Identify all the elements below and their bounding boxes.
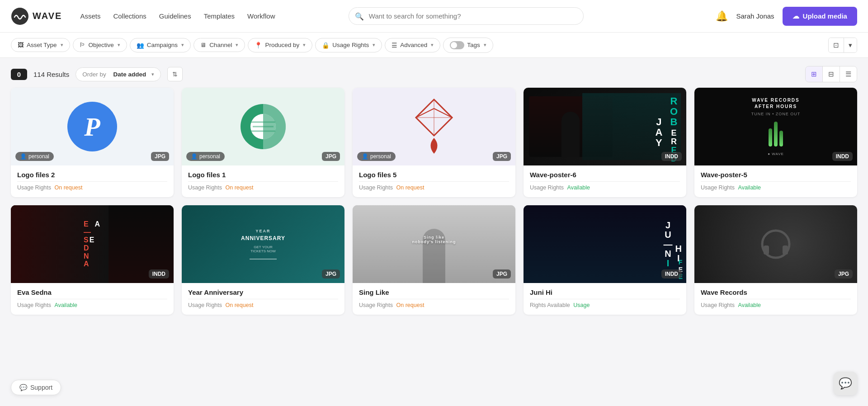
filter-usage-rights[interactable]: 🔒 Usage Rights ▾	[315, 38, 382, 52]
search-input[interactable]	[349, 7, 584, 25]
usage-label: Usage Rights	[17, 184, 51, 191]
filter-asset-type[interactable]: 🖼 Asset Type ▾	[11, 38, 70, 52]
nav-templates[interactable]: Templates	[204, 10, 235, 22]
wave-logo-icon	[11, 7, 29, 25]
results-total: 114 Results	[33, 71, 69, 78]
svg-line-7	[416, 109, 434, 118]
nav-workflow[interactable]: Workflow	[247, 10, 275, 22]
person-icon: 👤	[191, 153, 198, 160]
table-row[interactable]: JU—NI JUHI FEE INDD Juni Hi Rights Avail…	[524, 205, 686, 315]
asset-info: Year Anniversary Usage Rights On request	[182, 283, 344, 315]
table-row[interactable]: 👤 personal JPG Logo files 5 Usage Rights…	[353, 88, 515, 197]
view-single-btn[interactable]: ⊡	[829, 38, 844, 52]
asset-meta: Usage Rights Available	[17, 302, 167, 308]
filter-campaigns[interactable]: 👥 Campaigns ▾	[130, 38, 191, 52]
filter-channel[interactable]: 🖥 Channel ▾	[193, 38, 245, 52]
nav-collections[interactable]: Collections	[113, 10, 146, 22]
order-by-select[interactable]: Order by Date added ▾	[75, 67, 161, 81]
asset-thumbnail: E A — SE D N A INDD	[11, 205, 174, 283]
asset-info: Logo files 2 Usage Rights On request	[11, 165, 174, 197]
notification-icon[interactable]: 🔔	[716, 10, 728, 22]
usage-value: On request	[226, 302, 254, 308]
asset-title: Logo files 5	[359, 171, 509, 179]
svg-point-0	[11, 8, 28, 25]
asset-title: Juni Hi	[530, 288, 680, 296]
tags-label: Tags	[467, 42, 480, 48]
filter-tags[interactable]: Tags ▾	[443, 38, 493, 53]
asset-info: Logo files 5 Usage Rights On request	[353, 165, 515, 197]
table-row[interactable]: E A — SE D N A INDD Eva Sedna Usage Righ…	[11, 205, 174, 315]
usage-value: On request	[396, 302, 425, 308]
format-badge: JPG	[322, 269, 340, 279]
asset-meta: Usage Rights On request	[359, 302, 509, 308]
photo-view-button[interactable]: ⊟	[823, 66, 840, 82]
asset-type-chevron: ▾	[61, 42, 63, 48]
upload-label: Upload media	[803, 12, 847, 20]
svg-rect-12	[764, 245, 769, 255]
badge-label: personal	[28, 153, 49, 160]
table-row[interactable]: JPG Wave Records Usage Rights Available	[694, 205, 857, 315]
asset-info: Juni Hi Rights Available Usage	[524, 283, 686, 315]
nav-assets[interactable]: Assets	[80, 10, 100, 22]
usage-label: Usage Rights	[701, 302, 735, 308]
asset-info: Eva Sedna Usage Rights Available	[11, 283, 174, 315]
campaigns-icon: 👥	[137, 42, 144, 49]
usage-rights-chevron: ▾	[373, 42, 375, 48]
asset-meta: Usage Rights On request	[17, 184, 167, 191]
asset-title: Wave Records	[701, 288, 851, 296]
usage-label: Usage Rights	[188, 302, 222, 308]
order-value: Date added	[113, 71, 146, 78]
asset-meta: Usage Rights Available	[701, 302, 851, 308]
asset-info: Wave-poster-5 Usage Rights Available	[694, 165, 857, 197]
search-bar: 🔍	[349, 7, 584, 25]
filter-advanced[interactable]: ☰ Advanced ▾	[385, 38, 440, 52]
usage-value: Available	[738, 302, 761, 308]
table-row[interactable]: P 👤 personal JPG Logo files 2 Usage Righ…	[11, 88, 174, 197]
table-row[interactable]: Sing likenobody's listening JPG Sing Lik…	[353, 205, 515, 315]
upload-media-button[interactable]: ☁ Upload media	[783, 7, 857, 26]
sort-direction-button[interactable]: ⇅	[167, 67, 183, 81]
filter-objective[interactable]: 🏳 Objective ▾	[73, 38, 127, 52]
asset-thumbnail: P 👤 personal JPG	[11, 88, 174, 165]
advanced-chevron: ▾	[431, 42, 434, 48]
filter-produced-by[interactable]: 📍 Produced by ▾	[248, 38, 312, 52]
username-label[interactable]: Sarah Jonas	[736, 12, 774, 20]
table-row[interactable]: YEAR ANNIVERSARY GET YOURTICKETS NOW JPG…	[182, 205, 344, 315]
asset-title: Wave-poster-5	[701, 171, 851, 179]
person-icon: 👤	[362, 153, 368, 160]
list-view-button[interactable]: ☰	[840, 66, 857, 82]
person-icon: 👤	[20, 153, 27, 160]
asset-title: Logo files 2	[17, 171, 167, 179]
asset-meta: Usage Rights Available	[530, 184, 680, 191]
search-icon: 🔍	[355, 12, 364, 20]
asset-meta: Usage Rights On request	[359, 184, 509, 191]
format-badge: JPG	[835, 269, 853, 279]
table-row[interactable]: ROBERED ROJAY INDD Wave-poster-6 Usage R…	[524, 88, 686, 197]
asset-grid: P 👤 personal JPG Logo files 2 Usage Righ…	[0, 88, 868, 326]
usage-rights-label: Usage Rights	[332, 42, 369, 48]
table-row[interactable]: WAVE RECORDSAFTER HOURS TUNE IN • ZONE O…	[694, 88, 857, 197]
tags-toggle[interactable]	[450, 41, 464, 49]
format-badge: JPG	[322, 152, 340, 161]
objective-chevron: ▾	[118, 42, 120, 48]
view-toggle: ⊡ ▾	[828, 38, 857, 53]
header-right: 🔔 Sarah Jonas ☁ Upload media	[716, 7, 857, 26]
headphone-graphic	[755, 224, 796, 264]
divider	[359, 181, 509, 182]
usage-value: Usage	[573, 302, 590, 308]
grid-view-button[interactable]: ⊞	[806, 66, 823, 82]
nav-guidelines[interactable]: Guidelines	[159, 10, 191, 22]
table-row[interactable]: 👤 personal JPG Logo files 1 Usage Rights…	[182, 88, 344, 197]
divider	[188, 299, 338, 299]
format-badge: JPG	[493, 152, 511, 161]
asset-meta: Usage Rights Available	[701, 184, 851, 191]
view-expand-btn[interactable]: ▾	[844, 38, 857, 52]
usage-value: Available	[567, 184, 590, 191]
asset-thumbnail: 👤 personal JPG	[182, 88, 344, 165]
usage-value: On request	[396, 184, 425, 191]
asset-title: Wave-poster-6	[530, 171, 680, 179]
usage-label: Usage Rights	[530, 184, 564, 191]
asset-info: Wave-poster-6 Usage Rights Available	[524, 165, 686, 197]
svg-line-8	[434, 109, 452, 118]
logo[interactable]: WAVE	[11, 7, 62, 25]
